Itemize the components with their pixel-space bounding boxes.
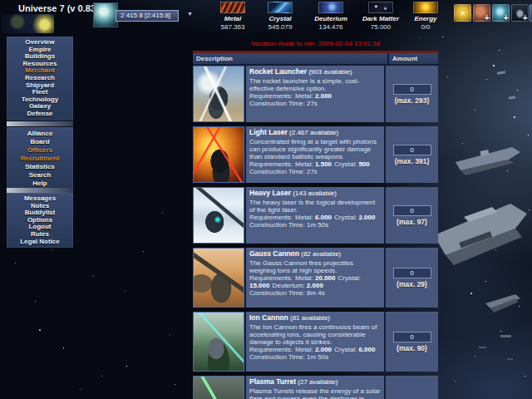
resource-deuterium: Deuterium134.476 [305, 2, 357, 31]
resource-value: 134.476 [305, 23, 357, 31]
defense-unit-row: Rocket Launcher (903 available) The rock… [193, 66, 438, 122]
amount-input[interactable] [393, 145, 431, 155]
unit-amount-cell: (max. 293) [386, 66, 438, 122]
sidebar-item-officers[interactable]: Officers [7, 146, 73, 155]
unit-description-cell: Heavy Laser (143 available) The heavy la… [246, 187, 384, 244]
unit-available-count: (2.467 available) [289, 129, 338, 136]
unit-description-cell: Ion Cannon (81 available) The Ion Cannon… [246, 312, 384, 372]
current-planet-icon[interactable] [93, 2, 118, 27]
construction-time-value: 27s [307, 100, 318, 107]
background-small-ship [497, 71, 505, 74]
main-content: Vacation mode to min. 2009-02-04 13:01:3… [193, 40, 438, 399]
sidebar-item-board[interactable]: Board [7, 138, 73, 146]
amount-input[interactable] [393, 268, 431, 278]
amount-max-label: (max. 90) [397, 344, 427, 352]
unit-description-text: The Ion Cannon fires a continuous beam o… [249, 323, 381, 346]
resource-label: Metal [209, 15, 256, 22]
unit-description-text: The heavy laser is the logical developme… [249, 199, 381, 214]
defense-unit-row: Plasma Turret (27 available) Plasma Turr… [193, 376, 438, 399]
amount-max-label: (max. 29) [397, 280, 427, 288]
defense-unit-row: Ion Cannon (81 available) The Ion Cannon… [193, 312, 438, 372]
plasma-turret-thumbnail [193, 376, 244, 399]
requirement-item: Metal: 1.500 [295, 160, 332, 168]
deuterium-icon [318, 2, 343, 13]
unit-construction-time: Construction Time: 1m 50s [249, 353, 381, 361]
metal-icon [220, 2, 245, 13]
requirement-item: Deuterium: 2.000 [272, 282, 323, 289]
unit-name: Plasma Turret [249, 377, 296, 386]
gauss-cannon-thumbnail [193, 248, 244, 308]
resource-energy: Energy0/0 [405, 2, 446, 31]
defense-unit-row: Heavy Laser (143 available) The heavy la… [193, 187, 438, 244]
requirements-label: Requirements: [249, 160, 293, 168]
construction-time-label: Construction Time: [249, 221, 305, 229]
requirement-item: Crystal: 500 [334, 160, 370, 168]
resource-dark-matter: Dark Matter75.000 [353, 2, 408, 31]
starfield-bright [0, 0, 2, 2]
unit-description-text: Plasma Turrets release the energy of a s… [249, 387, 381, 399]
table-header: Description Amount [193, 53, 438, 66]
ion-cannon-thumbnail [193, 312, 244, 372]
requirements-label: Requirements: [249, 274, 293, 282]
light-laser-thumbnail [193, 126, 244, 183]
resource-value: 587.363 [209, 23, 256, 31]
amount-max-label: (max. 391) [395, 157, 430, 165]
sidebar-menu-community: AllianceBoardOfficersRecruitmentStatisti… [7, 127, 73, 190]
amount-input[interactable] [393, 332, 431, 342]
dropdown-arrow-icon[interactable]: ▼ [187, 11, 193, 17]
hand-plus-icon[interactable]: + [473, 4, 490, 22]
header-planets-image [2, 14, 54, 33]
sidebar-item-alliance[interactable]: Alliance [7, 130, 73, 138]
sidebar-item-help[interactable]: Help [7, 180, 73, 188]
requirements-label: Requirements: [249, 92, 293, 100]
universe-title: Universe 7 (v 0.83) [18, 3, 99, 13]
sidebar-item-recruitment[interactable]: Recruitment [7, 155, 73, 163]
resource-label: Deuterium [305, 15, 357, 22]
game-screen: Universe 7 (v 0.83) 2 415 8 [2:415:8] ▼ … [0, 0, 532, 399]
unit-title: Light Laser (2.467 available) [249, 128, 381, 137]
sidebar-item-legal-notice[interactable]: Legal Notice [7, 239, 73, 246]
unit-construction-time: Construction Time: 27s [249, 168, 381, 175]
resource-value: 0/0 [405, 23, 446, 31]
unit-amount-cell: (max. 29) [386, 248, 438, 308]
construction-time-label: Construction Time: [249, 353, 305, 361]
resource-crystal: Crystal545.079 [257, 2, 303, 31]
background-small-ship [509, 96, 515, 99]
requirement-item: Metal: 20.000 [295, 274, 335, 282]
unit-name: Ion Cannon [249, 313, 288, 322]
construction-time-label: Construction Time: [249, 100, 305, 107]
sidebar-menu-main: OverviewEmpireBuildingsResourcesMerchant… [7, 37, 73, 121]
defense-units-table-body: Rocket Launcher (903 available) The rock… [193, 66, 438, 399]
unit-amount-cell: (max. 391) [386, 126, 438, 183]
defense-unit-row: Light Laser (2.467 available) Concentrat… [193, 126, 438, 183]
resource-label: Crystal [257, 15, 303, 22]
vacation-mode-notice: Vacation mode to min. 2009-02-04 13:01:3… [193, 40, 438, 48]
planet-selector[interactable]: 2 415 8 [2:415:8] [116, 10, 179, 22]
amount-input[interactable] [393, 84, 431, 95]
defense-unit-row: Gauss Cannon (82 available) The Gauss Ca… [193, 248, 438, 308]
planet-plus-icon[interactable]: + [492, 4, 510, 22]
sidebar-item-search[interactable]: Search [7, 171, 73, 180]
dark-matter-icon [368, 2, 393, 13]
construction-time-label: Construction Time: [249, 289, 305, 297]
star-icon[interactable]: ★ [454, 4, 471, 22]
sidebar-item-defense[interactable]: Defense [7, 111, 73, 118]
unit-description-cell: Plasma Turret (27 available) Plasma Turr… [246, 376, 384, 399]
unit-title: Ion Cannon (81 available) [249, 313, 381, 323]
construction-time-value: 27s [307, 168, 318, 175]
requirements-label: Requirements: [249, 346, 293, 353]
amount-input[interactable] [393, 205, 431, 216]
construction-time-value: 1m 50s [307, 353, 328, 361]
unit-amount-cell: (max. 90) [386, 312, 438, 372]
crystal-icon [268, 2, 293, 13]
unit-amount-cell [386, 376, 438, 399]
requirement-item: Metal: 2.000 [295, 346, 332, 353]
fleet-plus-icon[interactable]: + [511, 4, 529, 22]
sidebar-item-statistics[interactable]: Statistics [7, 163, 73, 171]
unit-description-cell: Gauss Cannon (82 available) The Gauss Ca… [246, 248, 384, 308]
unit-name: Gauss Cannon [249, 249, 299, 258]
unit-description-cell: Rocket Launcher (903 available) The rock… [246, 66, 384, 122]
requirement-item: Crystal: 6.000 [334, 346, 375, 353]
resource-label: Dark Matter [353, 15, 408, 22]
unit-requirements: Requirements:Metal: 2.000 [249, 92, 381, 100]
